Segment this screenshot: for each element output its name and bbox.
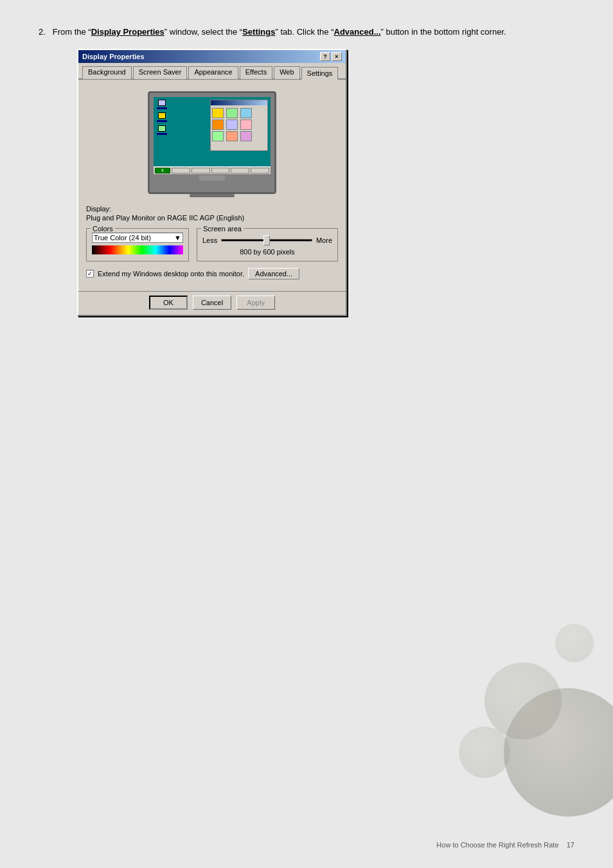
colors-legend: Colors [91,225,115,233]
monitor-stand [199,175,225,181]
desktop-icon-3 [156,125,168,136]
apply-button[interactable]: Apply [236,296,275,310]
slider-more-label: More [316,236,332,244]
monitor-base [190,194,235,197]
settings-row: Colors True Color (24 bit) ▼ Screen area… [86,228,338,261]
display-label: Display: [86,205,338,213]
colors-select-value: True Color (24 bit) [94,234,151,242]
slider-thumb[interactable] [263,235,270,245]
taskbar-item-2 [191,168,210,173]
advanced-button[interactable]: Advanced... [248,268,299,279]
tab-background[interactable]: Background [82,66,132,79]
tab-effects[interactable]: Effects [240,66,272,79]
colors-dropdown-arrow: ▼ [174,234,181,242]
screen-area-section: Screen area Less More 800 by 600 pixels [197,228,338,261]
screen-area-content: Less More 800 by 600 pixels [202,236,332,256]
close-button[interactable]: × [332,52,342,61]
dialog-content: S [78,80,346,291]
desktop-icon-1 [156,100,168,110]
resolution-text: 800 by 600 pixels [202,248,332,256]
taskbar-item-4 [231,168,249,173]
display-value: Plug and Play Monitor on RAGE IIC AGP (E… [86,214,338,222]
help-button[interactable]: ? [320,52,330,61]
checkbox-advanced-row: ✓ Extend my Windows desktop onto this mo… [86,268,338,285]
slider-row: Less More [202,236,332,244]
cancel-button[interactable]: Cancel [193,296,231,310]
instruction-bold3: Advanced... [334,27,381,37]
slider-track[interactable] [221,239,312,242]
instruction-text-after2: ” tab. Click the “ [276,27,334,37]
step-number: 2. [39,27,46,37]
colors-select-dropdown[interactable]: True Color (24 bit) ▼ [92,233,183,243]
dialog-buttons: OK Cancel Apply [78,291,346,315]
slider-less-label: Less [202,236,217,244]
footer-text: How to Choose the Right Refresh Rate [436,841,558,849]
display-properties-dialog: Display Properties ? × Background Screen… [77,49,347,316]
colors-bar [92,245,183,254]
taskbar-item-1 [172,168,190,173]
footer-page-number: 17 [567,841,574,849]
screen-area-legend: Screen area [201,225,244,233]
instruction-paragraph: 2. From the “Display Properties” window,… [39,26,565,39]
window-preview [210,100,268,151]
ok-button[interactable]: OK [149,296,188,310]
monitor-taskbar: S [154,166,271,174]
extend-desktop-label: Extend my Windows desktop onto this moni… [98,270,244,278]
monitor-preview: S [86,91,338,197]
display-info: Display: Plug and Play Monitor on RAGE I… [86,205,338,222]
start-button-preview: S [155,168,170,173]
instruction-text-after1: ” window, select the “ [164,27,242,37]
desktop-icons-left [156,100,168,136]
monitor-screen: S [154,97,271,174]
instruction-bold2: Settings [242,27,275,37]
colors-section: Colors True Color (24 bit) ▼ [86,228,189,261]
page-footer: How to Choose the Right Refresh Rate 17 [436,841,574,849]
instruction-text-after3: ” button in the bottom right corner. [381,27,506,37]
desktop-icon-2 [156,112,168,123]
tab-web[interactable]: Web [274,66,299,79]
dialog-title: Display Properties [82,53,145,60]
taskbar-item-3 [211,168,230,173]
dialog-titlebar: Display Properties ? × [78,50,346,63]
monitor-desktop: S [154,97,271,174]
monitor-outer: S [148,91,276,194]
taskbar-item-5 [251,168,269,173]
tab-bar: Background Screen Saver Appearance Effec… [78,63,346,80]
checkbox-row: ✓ Extend my Windows desktop onto this mo… [86,268,338,279]
tab-settings[interactable]: Settings [301,67,339,80]
tab-screen-saver[interactable]: Screen Saver [133,66,188,79]
instruction-bold1: Display Properties [91,27,164,37]
extend-desktop-checkbox[interactable]: ✓ [86,270,94,278]
instruction-text-before1: From the “ [53,27,91,37]
tab-appearance[interactable]: Appearance [188,66,238,79]
titlebar-buttons: ? × [320,52,342,61]
